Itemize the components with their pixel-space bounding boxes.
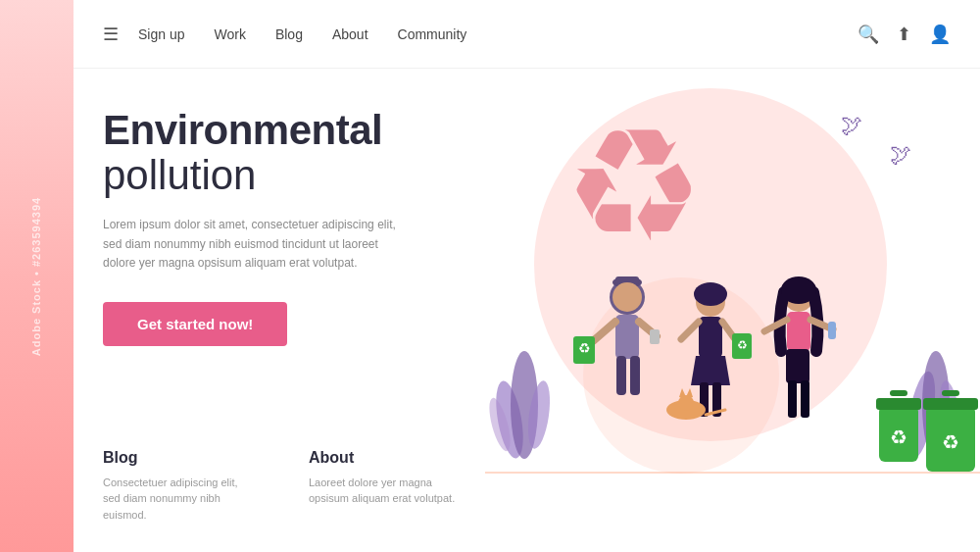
watermark-text: Adobe Stock • #263594394 (31, 196, 43, 355)
hero-title-light: pollution (103, 153, 456, 198)
svg-text:♻: ♻ (737, 338, 748, 352)
nav-community[interactable]: Community (398, 26, 467, 42)
footer-about-title: About (309, 449, 456, 467)
svg-rect-15 (650, 329, 660, 344)
bin-recycle-icon-small: ♻ (890, 426, 907, 449)
footer-about: About Laoreet dolore yer magna opsisum a… (309, 449, 456, 524)
svg-rect-33 (787, 312, 810, 351)
bin-recycle-icon-large: ♻ (942, 430, 959, 454)
svg-line-8 (593, 322, 615, 341)
footer-about-text: Laoreet dolore yer magna opsisum aliquam… (309, 475, 456, 507)
nav-icons: 🔍 ⬆ 👤 (858, 24, 951, 45)
hero-description: Lorem ipsum dolor sit amet, consectetuer… (103, 216, 407, 273)
nav-work[interactable]: Work (214, 26, 245, 42)
bird-2: 🕊 (890, 142, 911, 168)
trash-bins: ♻ ♻ (879, 408, 975, 472)
bin-handle (890, 390, 907, 396)
svg-point-27 (678, 395, 694, 411)
bird-1: 🕊 (841, 113, 862, 138)
svg-text:♻: ♻ (578, 340, 591, 356)
content-area: Environmental pollution Lorem ipsum dolo… (74, 69, 980, 552)
svg-rect-18 (699, 317, 722, 358)
hero-title-bold: Environmental (103, 108, 456, 153)
trash-bin-large: ♻ (926, 408, 975, 472)
search-icon[interactable]: 🔍 (858, 24, 879, 45)
svg-marker-28 (679, 388, 686, 397)
svg-rect-34 (786, 349, 809, 383)
nav-links: Sign up Work Blog About Community (138, 26, 858, 42)
main-content: ☰ Sign up Work Blog About Community 🔍 ⬆ … (74, 0, 980, 552)
share-icon[interactable]: ⬆ (897, 24, 911, 45)
bin-handle-large (942, 390, 959, 396)
svg-marker-19 (691, 356, 730, 385)
footer-links: Blog Consectetuer adipiscing elit, sed d… (103, 449, 456, 524)
hamburger-icon[interactable]: ☰ (103, 24, 119, 45)
nav-signup[interactable]: Sign up (138, 26, 184, 42)
svg-rect-11 (630, 356, 640, 395)
footer-blog: Blog Consectetuer adipiscing elit, sed d… (103, 449, 250, 524)
footer-blog-text: Consectetuer adipiscing elit, sed diam n… (103, 475, 250, 524)
svg-line-20 (681, 322, 699, 339)
svg-point-17 (694, 282, 727, 306)
svg-rect-39 (828, 322, 836, 339)
svg-point-12 (612, 282, 642, 312)
svg-rect-10 (616, 356, 626, 395)
svg-rect-38 (801, 380, 809, 418)
nav-about[interactable]: About (332, 26, 368, 42)
trash-bin-small: ♻ (879, 408, 918, 462)
watermark: Adobe Stock • #263594394 (0, 0, 74, 552)
user-icon[interactable]: 👤 (929, 24, 951, 45)
svg-marker-29 (686, 388, 693, 397)
footer-blog-title: Blog (103, 449, 250, 467)
svg-rect-37 (788, 380, 797, 418)
cta-button[interactable]: Get started now! (103, 302, 287, 346)
navbar: ☰ Sign up Work Blog About Community 🔍 ⬆ … (74, 0, 980, 69)
left-content: Environmental pollution Lorem ipsum dolo… (74, 69, 485, 552)
svg-point-32 (781, 276, 816, 304)
right-illustration: ♻ 🕊 🕊 (485, 69, 980, 552)
nav-blog[interactable]: Blog (275, 26, 303, 42)
